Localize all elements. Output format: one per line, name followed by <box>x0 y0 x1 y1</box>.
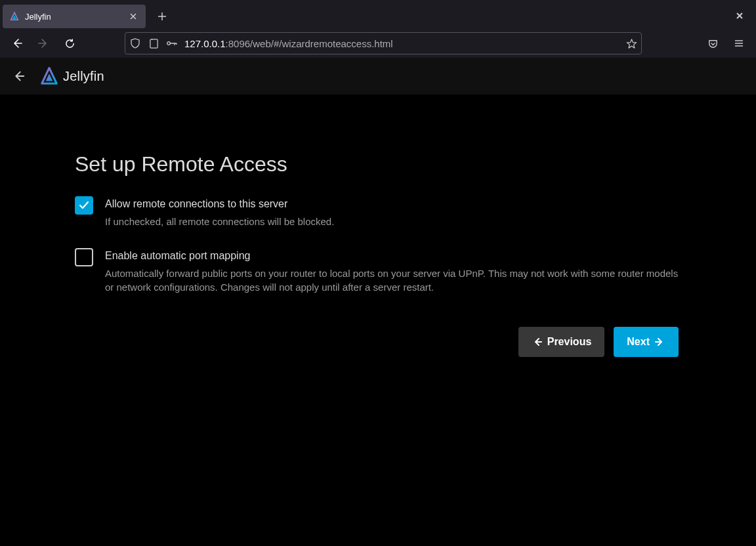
tab-title: Jellyfin <box>25 12 122 22</box>
arrow-left-icon <box>532 336 543 348</box>
button-label: Next <box>627 336 650 348</box>
option-allow-remote: Allow remote connections to this server … <box>75 196 679 228</box>
url-text: 127.0.0.1:8096/web/#/wizardremoteaccess.… <box>184 38 619 49</box>
window-close-icon[interactable] <box>730 6 749 26</box>
tab-bar: Jellyfin <box>0 0 756 29</box>
next-button[interactable]: Next <box>614 327 679 357</box>
brand-text: Jellyfin <box>63 69 104 84</box>
option-label: Enable automatic port mapping <box>105 250 679 262</box>
svg-rect-0 <box>150 39 157 47</box>
nav-reload-button[interactable] <box>59 33 80 54</box>
brand-logo-icon <box>39 66 59 86</box>
button-label: Previous <box>547 336 592 348</box>
svg-point-1 <box>167 42 171 45</box>
address-bar[interactable]: 127.0.0.1:8096/web/#/wizardremoteaccess.… <box>125 32 642 54</box>
option-label: Allow remote connections to this server <box>105 198 679 210</box>
url-host: 127.0.0.1 <box>184 38 226 49</box>
wizard-button-row: Previous Next <box>75 327 679 357</box>
app-header: Jellyfin <box>0 58 756 94</box>
tab-favicon-icon <box>9 11 20 22</box>
pocket-icon[interactable] <box>702 33 723 54</box>
tab-close-icon[interactable] <box>127 10 139 22</box>
checkbox-auto-port-mapping[interactable] <box>75 248 93 266</box>
app-back-button[interactable] <box>9 67 28 85</box>
hamburger-menu-icon[interactable] <box>728 33 749 54</box>
checkbox-allow-remote[interactable] <box>75 196 93 215</box>
page-info-icon[interactable] <box>148 37 159 49</box>
nav-back-button[interactable] <box>7 33 28 54</box>
permissions-icon[interactable] <box>166 37 178 49</box>
browser-toolbar: 127.0.0.1:8096/web/#/wizardremoteaccess.… <box>0 29 756 58</box>
new-tab-button[interactable] <box>152 7 172 26</box>
wizard-panel: Set up Remote Access Allow remote connec… <box>75 152 679 357</box>
url-path: :8096/web/#/wizardremoteaccess.html <box>226 38 393 49</box>
option-description: Automatically forward public ports on yo… <box>105 267 679 294</box>
bookmark-star-icon[interactable] <box>625 37 637 49</box>
option-description: If unchecked, all remote connections wil… <box>105 215 679 228</box>
brand[interactable]: Jellyfin <box>39 66 104 86</box>
arrow-right-icon <box>654 336 665 348</box>
browser-tab[interactable]: Jellyfin <box>3 5 146 28</box>
browser-chrome: Jellyfin <box>0 0 756 58</box>
previous-button[interactable]: Previous <box>518 327 605 357</box>
app-body: Set up Remote Access Allow remote connec… <box>0 94 756 357</box>
page-title: Set up Remote Access <box>75 152 679 177</box>
option-auto-port-mapping: Enable automatic port mapping Automatica… <box>75 248 679 294</box>
shield-icon[interactable] <box>129 37 141 49</box>
nav-forward-button[interactable] <box>33 33 54 54</box>
